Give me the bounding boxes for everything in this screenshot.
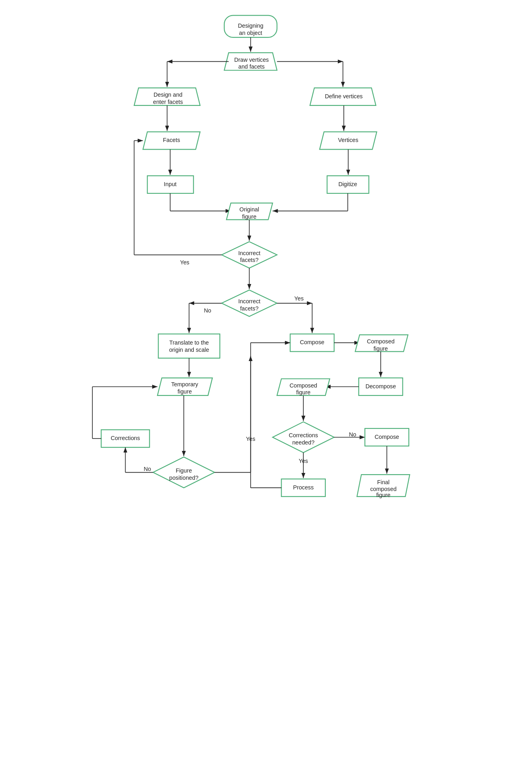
svg-text:figure: figure — [242, 213, 257, 220]
svg-text:needed?: needed? — [292, 439, 314, 446]
svg-text:Facets: Facets — [163, 137, 180, 143]
svg-text:Design and: Design and — [154, 91, 183, 98]
corrections-node: Corrections — [101, 430, 149, 447]
facets-node: Facets — [143, 132, 200, 150]
svg-text:Composed: Composed — [367, 338, 394, 345]
vertices-node: Vertices — [320, 132, 377, 150]
draw-vertices-node: Draw vertices and facets — [224, 53, 277, 70]
svg-text:Process: Process — [293, 484, 313, 491]
svg-text:Compose: Compose — [375, 434, 399, 440]
svg-text:Compose: Compose — [300, 339, 325, 345]
svg-text:positioned?: positioned? — [169, 475, 199, 481]
svg-text:Corrections: Corrections — [111, 435, 140, 441]
svg-rect-52 — [158, 334, 220, 358]
svg-text:an object: an object — [239, 30, 262, 36]
svg-text:facets?: facets? — [240, 305, 258, 312]
svg-text:figure: figure — [374, 345, 388, 352]
svg-text:Designing: Designing — [238, 22, 263, 29]
input-node: Input — [147, 176, 193, 193]
incorrect-facets1-node: Incorrect facets? — [221, 241, 277, 268]
no-label-corrections: No — [349, 431, 356, 438]
digitize-node: Digitize — [327, 176, 369, 193]
corrections-needed-node: Corrections needed? — [272, 422, 334, 453]
diagram-container: Designing an object Draw vertices and fa… — [0, 0, 532, 769]
svg-text:Temporary: Temporary — [171, 381, 199, 388]
svg-text:Translate to the: Translate to the — [169, 339, 209, 346]
svg-text:figure: figure — [376, 492, 391, 498]
svg-text:enter facets: enter facets — [153, 99, 183, 105]
translate-node: Translate to the origin and scale — [158, 334, 220, 358]
svg-text:Original: Original — [240, 206, 259, 213]
svg-text:Final: Final — [377, 479, 390, 485]
incorrect-facets2-node: Incorrect facets? — [221, 290, 277, 317]
no-label-2: No — [204, 307, 211, 314]
compose1-node: Compose — [290, 334, 334, 352]
svg-text:Input: Input — [164, 181, 177, 187]
process-node: Process — [281, 479, 325, 497]
compose2-node: Compose — [365, 428, 409, 446]
svg-text:Figure: Figure — [176, 467, 192, 474]
svg-text:Vertices: Vertices — [338, 137, 359, 143]
svg-text:figure: figure — [296, 389, 311, 396]
composed-figure1-node: Composed figure — [355, 335, 408, 352]
designing-object-node: Designing an object — [224, 15, 277, 37]
final-composed-node: Final composed figure — [357, 475, 410, 498]
svg-text:Incorrect: Incorrect — [238, 298, 260, 304]
svg-text:and facets: and facets — [238, 63, 265, 70]
yes-label-1: Yes — [180, 259, 189, 266]
figure-positioned-node: Figure positioned? — [153, 457, 214, 488]
define-vertices-node: Define vertices — [310, 88, 376, 106]
svg-text:Decompose: Decompose — [365, 383, 396, 390]
svg-text:facets?: facets? — [240, 257, 258, 263]
svg-text:figure: figure — [178, 388, 192, 395]
svg-text:Composed: Composed — [290, 382, 317, 389]
composed-figure2-node: Composed figure — [277, 379, 329, 396]
design-facets-node: Design and enter facets — [134, 88, 200, 106]
svg-text:Draw vertices: Draw vertices — [234, 57, 269, 63]
svg-text:composed: composed — [370, 486, 397, 492]
temporary-figure-node: Temporary figure — [157, 378, 212, 396]
svg-text:Incorrect: Incorrect — [238, 250, 260, 256]
svg-text:Corrections: Corrections — [289, 432, 318, 438]
svg-text:Define vertices: Define vertices — [325, 93, 363, 99]
original-figure-node: Original figure — [226, 203, 272, 220]
svg-text:Digitize: Digitize — [338, 181, 357, 187]
no-label-positioned: No — [144, 466, 151, 472]
decompose-node: Decompose — [359, 378, 403, 396]
svg-text:origin and scale: origin and scale — [169, 347, 209, 353]
yes-label-2: Yes — [294, 295, 304, 302]
